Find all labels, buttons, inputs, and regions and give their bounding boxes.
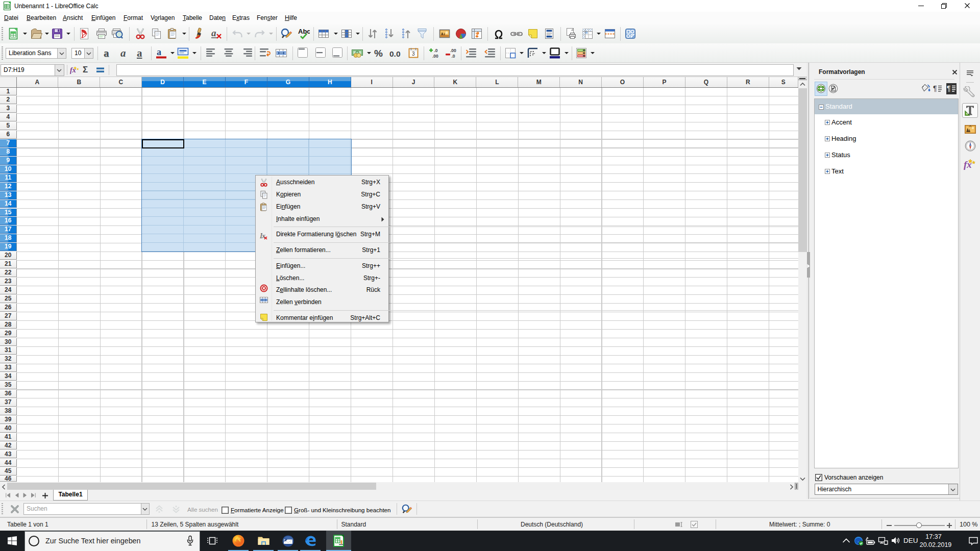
svg-text:Abc: Abc (298, 28, 310, 35)
svg-text:¶: ¶ (947, 84, 951, 92)
svg-text:.0: .0 (434, 48, 438, 53)
svg-text:a: a (157, 47, 161, 57)
svg-text:a: a (211, 28, 216, 38)
svg-text:3: 3 (412, 51, 415, 57)
svg-text:.0: .0 (451, 54, 455, 59)
svg-text:.00: .00 (450, 48, 456, 53)
svg-text:¶: ¶ (933, 84, 937, 92)
svg-text:.00: .00 (432, 54, 438, 59)
